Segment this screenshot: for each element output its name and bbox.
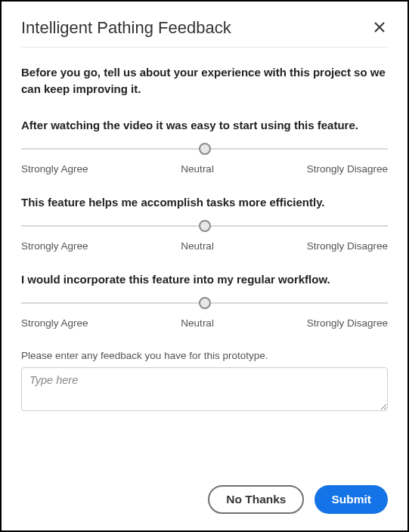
label-left: Strongly Agree bbox=[21, 163, 88, 175]
slider-thumb[interactable] bbox=[199, 143, 211, 155]
slider-2[interactable] bbox=[21, 219, 388, 233]
close-button[interactable] bbox=[371, 18, 388, 38]
dialog-footer: No Thanks Submit bbox=[21, 470, 388, 514]
label-right: Strongly Disagree bbox=[307, 163, 388, 175]
feedback-section: Please enter any feedback you have for t… bbox=[21, 350, 388, 414]
label-center: Neutral bbox=[181, 163, 214, 175]
slider-labels: Strongly Agree Neutral Strongly Disagree bbox=[21, 240, 388, 252]
dialog-header: Intelligent Pathing Feedback bbox=[21, 18, 388, 48]
label-right: Strongly Disagree bbox=[307, 240, 388, 252]
slider-1[interactable] bbox=[21, 142, 388, 156]
label-right: Strongly Disagree bbox=[307, 317, 388, 329]
question-block-2: This feature helps me accomplish tasks m… bbox=[21, 196, 388, 252]
label-left: Strongly Agree bbox=[21, 240, 88, 252]
slider-thumb[interactable] bbox=[199, 297, 211, 309]
feedback-dialog: Intelligent Pathing Feedback Before you … bbox=[5, 5, 404, 527]
slider-thumb[interactable] bbox=[199, 220, 211, 232]
intro-text: Before you go, tell us about your experi… bbox=[21, 64, 388, 97]
no-thanks-button[interactable]: No Thanks bbox=[208, 485, 304, 514]
question-text: After watching the video it was easy to … bbox=[21, 119, 388, 131]
slider-labels: Strongly Agree Neutral Strongly Disagree bbox=[21, 163, 388, 175]
question-text: This feature helps me accomplish tasks m… bbox=[21, 196, 388, 209]
slider-3[interactable] bbox=[21, 296, 388, 310]
label-center: Neutral bbox=[181, 317, 214, 329]
slider-labels: Strongly Agree Neutral Strongly Disagree bbox=[21, 317, 388, 329]
submit-button[interactable]: Submit bbox=[314, 485, 388, 514]
feedback-label: Please enter any feedback you have for t… bbox=[21, 350, 388, 361]
label-left: Strongly Agree bbox=[21, 317, 88, 329]
close-icon bbox=[374, 20, 385, 36]
question-block-3: I would incorporate this feature into my… bbox=[21, 273, 388, 329]
dialog-title: Intelligent Pathing Feedback bbox=[21, 18, 231, 38]
question-text: I would incorporate this feature into my… bbox=[21, 273, 388, 286]
feedback-textarea[interactable] bbox=[21, 367, 388, 411]
question-block-1: After watching the video it was easy to … bbox=[21, 119, 388, 175]
label-center: Neutral bbox=[181, 240, 214, 252]
